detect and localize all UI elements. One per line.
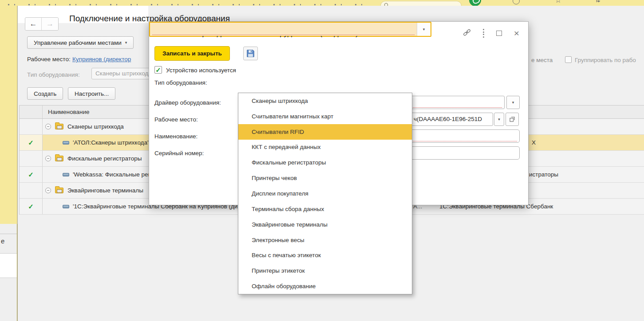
dropdown-item[interactable]: Эквайринговые терминалы [238, 217, 412, 232]
workstation-value: ч(DAAAAE60-1E96-251D [414, 116, 482, 122]
maximize-icon[interactable] [496, 31, 502, 36]
get-link-icon[interactable] [463, 29, 471, 38]
divider [0, 234, 17, 234]
dropdown-item[interactable]: Дисплеи покупателя [238, 186, 412, 201]
dialog-window-controls: × [463, 29, 519, 38]
app-top-bar: ☆ ⇅ [0, 0, 644, 6]
dropdown-item[interactable]: Офлайн оборудование [238, 278, 412, 294]
manage-workplaces-button[interactable]: Управление рабочими местами ▾ [27, 36, 134, 49]
dropdown-item[interactable]: Сканеры штрихкода [238, 93, 412, 109]
open-item-icon[interactable] [506, 113, 519, 126]
dropdown-item[interactable]: Принтеры чеков [238, 170, 412, 186]
nav-history-buttons: ← → [25, 17, 59, 31]
dropdown-item[interactable]: Терминалы сбора данных [238, 201, 412, 217]
collapse-icon[interactable] [45, 156, 51, 161]
background-app-strip [0, 6, 17, 224]
service-icon[interactable]: ⇅ [595, 0, 601, 4]
checked-icon: ✓ [28, 171, 34, 179]
more-menu-icon[interactable] [483, 29, 484, 38]
dropdown-item[interactable]: ККТ с передачей данных [238, 140, 412, 155]
chevron-down-icon[interactable]: ▾ [506, 96, 520, 109]
dropdown-item-highlighted[interactable]: Считыватели RFID [238, 124, 412, 140]
close-icon[interactable]: × [514, 30, 519, 36]
menu-text-clipped [8, 4, 363, 5]
used-column-header [20, 106, 43, 118]
device-used-label: Устройство используется [166, 67, 236, 74]
device-icon [63, 141, 69, 145]
checked-icon: ✓ [28, 139, 34, 147]
workstation-label: Рабочее место: [27, 56, 71, 63]
driver-column-fragment: истраторы [529, 171, 558, 178]
chevron-down-icon[interactable]: ▾ [417, 23, 431, 36]
all-workplaces-label-fragment: е места [531, 57, 553, 63]
history-icon[interactable] [513, 0, 520, 4]
device-icon [63, 205, 69, 208]
configure-button[interactable]: Настроить... [68, 87, 115, 100]
collapse-icon[interactable] [45, 188, 51, 193]
dropdown-item[interactable]: Принтеры этикеток [238, 263, 412, 278]
discussions-icon[interactable] [469, 0, 481, 6]
checked-icon: ✓ [155, 66, 161, 74]
background-window-text-fragment: е [1, 237, 4, 245]
device-used-checkbox[interactable]: ✓ [154, 66, 162, 74]
group-by-workplace-checkbox[interactable] [565, 56, 572, 63]
save-button[interactable] [243, 47, 258, 60]
folder-icon [55, 124, 63, 129]
background-window-edge: е [0, 224, 17, 321]
equipment-type-combobox[interactable]: ▾ [149, 22, 431, 37]
chevron-down-icon[interactable]: ▾ [494, 113, 504, 126]
dropdown-item[interactable]: Считыватели магнитных карт [238, 109, 412, 124]
chevron-down-icon: ▾ [125, 40, 127, 45]
device-icon [63, 173, 69, 176]
save-and-close-button[interactable]: Записать и закрыть [154, 46, 230, 61]
search-icon [384, 3, 390, 6]
serial-field-label: Серийный номер: [154, 150, 204, 157]
search-input[interactable] [380, 1, 462, 6]
dropdown-item[interactable]: Весы с печатью этикеток [238, 247, 412, 263]
name-field-label: Наименование: [154, 133, 198, 140]
dropdown-item[interactable]: Фискальные регистраторы [238, 155, 412, 170]
dropdown-item[interactable]: Электронные весы [238, 232, 412, 248]
forward-button[interactable]: → [42, 18, 58, 30]
driver-field-label: Драйвер оборудования: [154, 99, 221, 106]
equipment-type-dropdown: Сканеры штрихкода Считыватели магнитных … [238, 93, 412, 294]
folder-icon [55, 188, 63, 193]
background-window-field [0, 253, 17, 278]
back-button[interactable]: ← [25, 18, 42, 30]
checked-icon: ✓ [28, 203, 34, 211]
type-field-label: Тип оборудования: [154, 79, 207, 86]
collapse-icon[interactable] [45, 124, 51, 129]
floppy-icon [246, 49, 255, 58]
driver-column-fragment: Х [532, 139, 536, 146]
equipment-type-value[interactable] [150, 23, 417, 36]
create-button[interactable]: Создать [27, 87, 63, 100]
favorites-icon[interactable]: ☆ [555, 0, 561, 5]
folder-icon [55, 156, 63, 161]
workstation-field-label: Рабочее место: [154, 116, 198, 123]
group-by-workplace-label: Группировать по рабо [575, 57, 636, 63]
type-filter-label: Тип оборудования: [27, 71, 80, 78]
workstation-link[interactable]: Куприянов (директор [72, 56, 131, 63]
